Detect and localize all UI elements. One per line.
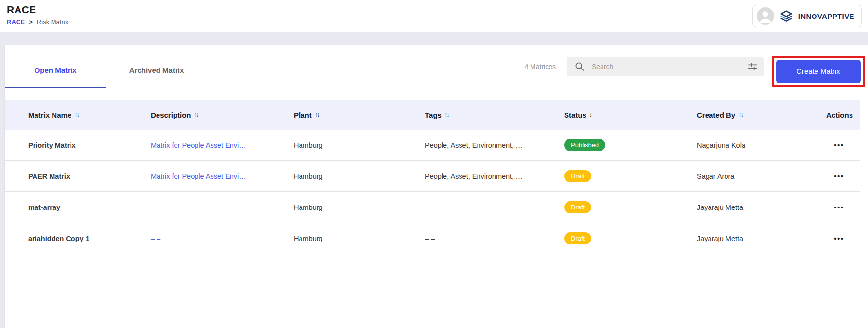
profile-brand-box[interactable]: INNOVAPPTIVE xyxy=(752,5,862,27)
sort-icon[interactable]: ↑↓ xyxy=(738,111,743,118)
search-icon xyxy=(574,61,585,72)
brand-name: INNOVAPPTIVE xyxy=(798,12,854,20)
column-header-description[interactable]: Description ↑↓ xyxy=(151,111,294,119)
column-label: Created By xyxy=(697,111,735,119)
status-badge: Published xyxy=(564,139,605,151)
tags-cell: People, Asset, Environment, … xyxy=(425,173,564,180)
table-row[interactable]: Priority Matrix Matrix for People Asset … xyxy=(5,130,860,161)
column-header-tags[interactable]: Tags ↑↓ xyxy=(425,111,564,119)
column-header-matrix-name[interactable]: Matrix Name ↑↓ xyxy=(5,111,151,119)
column-header-plant[interactable]: Plant ↑↓ xyxy=(294,111,425,119)
header-left: RACE RACE > Risk Matrix xyxy=(7,4,68,26)
created-by-cell: Jayaraju Metta xyxy=(697,235,818,242)
toolbar: 4 Matrices xyxy=(524,46,865,87)
innovapptive-logo-icon xyxy=(779,9,794,23)
status-badge: Draft xyxy=(564,170,591,182)
row-actions-menu-icon[interactable]: ••• xyxy=(834,234,844,242)
column-label: Description xyxy=(151,111,191,119)
row-actions-menu-icon[interactable]: ••• xyxy=(834,141,844,149)
sort-icon[interactable]: ↑↓ xyxy=(74,111,79,118)
user-avatar-icon[interactable] xyxy=(757,7,774,25)
table-row[interactable]: PAER Matrix Matrix for People Asset Envi… xyxy=(5,161,860,192)
status-badge: Draft xyxy=(564,232,591,244)
search-input[interactable] xyxy=(592,63,741,70)
breadcrumb-current: Risk Matrix xyxy=(37,18,68,26)
created-by-cell: Jayaraju Metta xyxy=(697,204,818,211)
created-by-cell: Sagar Arora xyxy=(697,173,818,180)
plant-cell: Hamburg xyxy=(294,235,425,242)
tags-cell: – – xyxy=(425,235,564,242)
table-row[interactable]: ariahidden Copy 1 – – Hamburg – – Draft … xyxy=(5,223,860,254)
matrix-name-cell: ariahidden Copy 1 xyxy=(5,235,151,242)
filter-sliders-icon[interactable] xyxy=(747,61,758,72)
column-label: Actions xyxy=(826,111,853,119)
search-box[interactable] xyxy=(567,57,764,76)
plant-cell: Hamburg xyxy=(294,141,425,149)
annotation-highlight-box: Create Matrix xyxy=(772,56,865,87)
column-header-created-by[interactable]: Created By ↑↓ xyxy=(697,111,818,119)
breadcrumb: RACE > Risk Matrix xyxy=(7,18,68,26)
row-actions-menu-icon[interactable]: ••• xyxy=(834,203,844,211)
column-label: Plant xyxy=(294,111,312,119)
sort-icon[interactable]: ↑↓ xyxy=(444,111,449,118)
tab-archived-matrix[interactable]: Archived Matrix xyxy=(106,45,207,88)
description-link[interactable]: Matrix for People Asset Envi… xyxy=(151,141,294,149)
breadcrumb-separator-icon: > xyxy=(29,19,33,26)
plant-cell: Hamburg xyxy=(294,204,425,211)
tabs-toolbar-row: Open Matrix Archived Matrix 4 Matrices xyxy=(5,45,868,88)
column-label: Tags xyxy=(425,111,442,119)
column-header-status[interactable]: Status ↓ xyxy=(564,111,697,119)
tab-bar: Open Matrix Archived Matrix xyxy=(5,45,207,88)
matrix-name-cell: Priority Matrix xyxy=(5,141,151,149)
description-link[interactable]: – – xyxy=(151,204,294,211)
page-title: RACE xyxy=(7,4,68,16)
app-header: RACE RACE > Risk Matrix INNOVAPPTIVE xyxy=(0,0,868,32)
tab-open-matrix-label: Open Matrix xyxy=(35,66,77,74)
column-label: Matrix Name xyxy=(28,111,71,119)
matrices-count: 4 Matrices xyxy=(524,63,556,70)
sort-icon[interactable]: ↑↓ xyxy=(194,111,198,118)
matrix-name-cell: mat-array xyxy=(5,204,151,211)
column-header-actions: Actions xyxy=(818,100,860,130)
create-matrix-button[interactable]: Create Matrix xyxy=(776,60,861,83)
tab-open-matrix[interactable]: Open Matrix xyxy=(5,45,106,88)
main-card: Open Matrix Archived Matrix 4 Matrices xyxy=(5,45,868,328)
tags-cell: People, Asset, Environment, … xyxy=(425,141,564,149)
matrix-name-cell: PAER Matrix xyxy=(5,173,151,180)
tags-cell: – – xyxy=(425,204,564,211)
description-link[interactable]: – – xyxy=(151,235,294,242)
breadcrumb-link-race[interactable]: RACE xyxy=(7,18,25,26)
tab-archived-matrix-label: Archived Matrix xyxy=(129,66,184,74)
status-badge: Draft xyxy=(564,201,591,213)
column-label: Status xyxy=(564,111,586,119)
created-by-cell: Nagarjuna Kola xyxy=(697,141,818,149)
sort-icon[interactable]: ↑↓ xyxy=(315,111,319,118)
row-actions-menu-icon[interactable]: ••• xyxy=(834,172,844,180)
description-link[interactable]: Matrix for People Asset Envi… xyxy=(151,173,294,180)
table-header-row: Matrix Name ↑↓ Description ↑↓ Plant ↑↓ T… xyxy=(5,100,860,130)
matrix-table: Matrix Name ↑↓ Description ↑↓ Plant ↑↓ T… xyxy=(5,100,860,254)
sort-desc-icon[interactable]: ↓ xyxy=(589,111,591,118)
plant-cell: Hamburg xyxy=(294,173,425,180)
page-background-band xyxy=(0,32,868,45)
table-row[interactable]: mat-array – – Hamburg – – Draft Jayaraju… xyxy=(5,192,860,223)
